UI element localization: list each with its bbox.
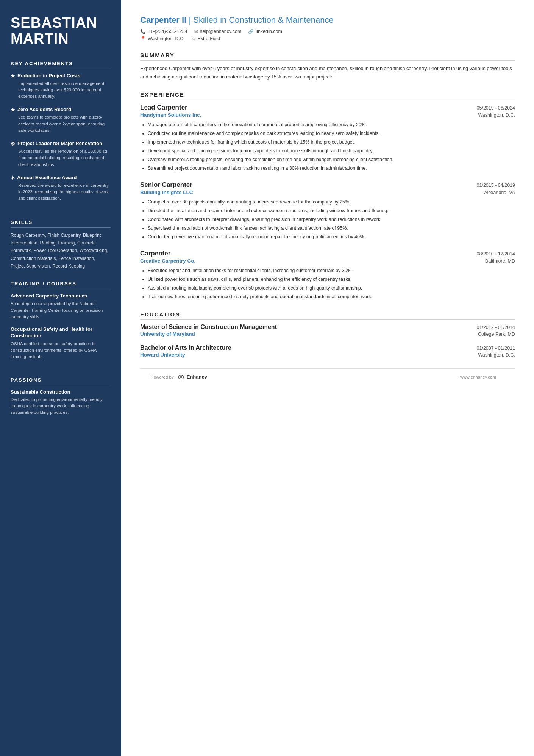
exp-bullets-2: Completed over 80 projects annually, con… (140, 198, 515, 241)
edu-school-1: University of Maryland (140, 331, 195, 337)
exp-company-row-1: Handyman Solutions Inc. Washington, D.C. (140, 112, 515, 118)
experience-section: EXPERIENCE Lead Carpenter 05/2019 - 06/2… (140, 91, 515, 301)
svg-point-0 (180, 376, 182, 378)
education-section: EDUCATION Master of Science in Construct… (140, 311, 515, 358)
passion-desc-1: Dedicated to promoting environmentally f… (11, 396, 111, 416)
exp-header-row-3: Carpenter 08/2010 - 12/2014 (140, 250, 515, 257)
edu-school-row-1: University of Maryland College Park, MD (140, 331, 515, 337)
achievements-section: KEY ACHIEVEMENTS ★ Reduction in Project … (11, 61, 111, 209)
exp-location-3: Baltimore, MD (485, 258, 515, 264)
phone-contact: 📞 +1-(234)-555-1234 (140, 29, 187, 34)
training-title-2: Occupational Safety and Health for Const… (11, 326, 111, 339)
exp-dates-2: 01/2015 - 04/2019 (477, 183, 515, 188)
footer: Powered by Enhancv www.enhancv.com (140, 368, 515, 385)
main-header: Carpenter II | Skilled in Construction &… (140, 15, 515, 41)
linkedin-contact[interactable]: 🔗 linkedin.com (248, 29, 282, 34)
exp-job-title-2: Senior Carpenter (140, 181, 192, 189)
bullet-2-2: Directed the installation and repair of … (148, 207, 515, 214)
edu-school-2: Howard University (140, 352, 185, 358)
achievement-item: ★ Reduction in Project Costs Implemented… (11, 73, 111, 100)
achievement-desc-4: Received the award for excellence in car… (18, 182, 111, 202)
email-contact: ✉ help@enhancv.com (194, 29, 242, 34)
contact-line-1: 📞 +1-(234)-555-1234 ✉ help@enhancv.com 🔗… (140, 29, 515, 34)
exp-company-1: Handyman Solutions Inc. (140, 112, 201, 118)
experience-section-title: EXPERIENCE (140, 91, 515, 100)
exp-bullets-3: Executed repair and installation tasks f… (140, 267, 515, 301)
enhancv-logo: Enhancv (177, 374, 207, 380)
bullet-3-3: Assisted in roofing installations comple… (148, 284, 515, 292)
exp-company-row-3: Creative Carpentry Co. Baltimore, MD (140, 258, 515, 264)
edu-dates-1: 01/2012 - 01/2014 (477, 325, 515, 330)
edu-school-row-2: Howard University Washington, D.C. (140, 352, 515, 358)
star-extra-icon: ☆ (192, 36, 196, 41)
passion-item-1: Sustainable Construction Dedicated to pr… (11, 389, 111, 416)
skills-text: Rough Carpentry, Finish Carpentry, Bluep… (11, 232, 111, 270)
brand-name: Enhancv (187, 374, 207, 380)
sidebar: SEBASTIAN MARTIN KEY ACHIEVEMENTS ★ Redu… (0, 0, 121, 756)
bullet-1-4: Developed specialized training sessions … (148, 147, 515, 155)
edu-location-1: College Park, MD (478, 332, 515, 337)
summary-section: SUMMARY Experienced Carpenter with over … (140, 52, 515, 81)
edu-degree-1: Master of Science in Construction Manage… (140, 324, 277, 330)
skills-section: SKILLS Rough Carpentry, Finish Carpentry… (11, 219, 111, 270)
contact-line-2: 📍 Washington, D.C. ☆ Extra Field (140, 36, 515, 41)
skills-title: SKILLS (11, 219, 111, 228)
bullet-3-2: Utilized power tools such as saws, drill… (148, 275, 515, 283)
edu-entry-1: Master of Science in Construction Manage… (140, 324, 515, 337)
bullet-1-3: Implemented new techniques for framing w… (148, 138, 515, 146)
edu-location-2: Washington, D.C. (478, 352, 515, 358)
exp-header-row-2: Senior Carpenter 01/2015 - 04/2019 (140, 181, 515, 189)
bullet-2-4: Supervised the installation of wood/chai… (148, 224, 515, 232)
training-desc-2: OSHA certified course on safety practice… (11, 341, 111, 360)
training-item-1: Advanced Carpentry Techniques An in-dept… (11, 293, 111, 321)
training-title-1: Advanced Carpentry Techniques (11, 293, 111, 299)
edu-entry-2: Bachelor of Arts in Architecture 01/2007… (140, 344, 515, 358)
exp-entry-1: Lead Carpenter 05/2019 - 06/2024 Handyma… (140, 104, 515, 172)
exp-job-title-1: Lead Carpenter (140, 104, 187, 111)
job-title-line: Carpenter II | Skilled in Construction &… (140, 15, 515, 25)
training-title: TRAINING / COURSES (11, 281, 111, 289)
achievement-title-3: ⚙ Project Leader for Major Renovation (11, 141, 111, 147)
edu-degree-2: Bachelor of Arts in Architecture (140, 344, 231, 351)
exp-dates-1: 05/2019 - 06/2024 (477, 105, 515, 111)
achievement-item-3: ⚙ Project Leader for Major Renovation Su… (11, 141, 111, 168)
bullet-1-2: Conducted routine maintenance and comple… (148, 130, 515, 137)
enhancv-icon (177, 374, 185, 380)
phone-icon: 📞 (140, 29, 146, 34)
bullet-2-3: Coordinated with architects to interpret… (148, 216, 515, 223)
exp-location-1: Washington, D.C. (478, 113, 515, 118)
achievement-desc-3: Successfully led the renovation of a 10,… (18, 148, 111, 168)
location-icon: 📍 (140, 36, 146, 41)
achievement-desc-1: Implemented efficient resource managemen… (18, 80, 111, 100)
training-item-2: Occupational Safety and Health for Const… (11, 326, 111, 360)
exp-dates-3: 08/2010 - 12/2014 (477, 251, 515, 257)
passions-section: PASSIONS Sustainable Construction Dedica… (11, 377, 111, 421)
exp-job-title-3: Carpenter (140, 250, 170, 257)
exp-company-row-2: Building Insights LLC Alexandria, VA (140, 189, 515, 195)
exp-header-row-1: Lead Carpenter 05/2019 - 06/2024 (140, 104, 515, 111)
summary-section-title: SUMMARY (140, 52, 515, 61)
passion-title-1: Sustainable Construction (11, 389, 111, 395)
star-icon-1: ★ (11, 73, 15, 79)
exp-location-2: Alexandria, VA (484, 190, 515, 195)
exp-company-3: Creative Carpentry Co. (140, 258, 195, 264)
achievement-title-2: ★ Zero Accidents Record (11, 106, 111, 113)
summary-text: Experienced Carpenter with over 6 years … (140, 64, 515, 81)
passions-title: PASSIONS (11, 377, 111, 385)
candidate-name: SEBASTIAN MARTIN (11, 15, 111, 47)
bullet-2-1: Completed over 80 projects annually, con… (148, 198, 515, 206)
education-section-title: EDUCATION (140, 311, 515, 320)
bullet-3-1: Executed repair and installation tasks f… (148, 267, 515, 274)
award-icon: ✶ (11, 175, 15, 181)
resume-container: SEBASTIAN MARTIN KEY ACHIEVEMENTS ★ Redu… (0, 0, 534, 756)
bullet-3-4: Trained new hires, ensuring adherence to… (148, 293, 515, 301)
training-desc-1: An in-depth course provided by the Natio… (11, 301, 111, 320)
edu-header-row-1: Master of Science in Construction Manage… (140, 324, 515, 330)
exp-bullets-1: Managed a team of 5 carpenters in the re… (140, 121, 515, 172)
edu-header-row-2: Bachelor of Arts in Architecture 01/2007… (140, 344, 515, 351)
extra-field-contact: ☆ Extra Field (192, 36, 220, 41)
gear-icon: ⚙ (11, 141, 15, 147)
footer-right: www.enhancv.com (460, 375, 496, 379)
achievement-desc-2: Led teams to complete projects with a ze… (18, 114, 111, 134)
powered-by-text: Powered by (151, 375, 174, 379)
